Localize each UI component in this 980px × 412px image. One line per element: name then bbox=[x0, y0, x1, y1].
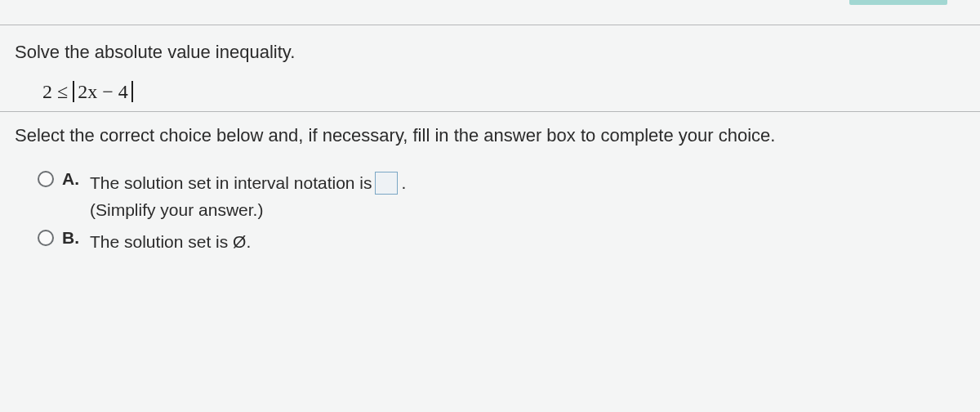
radio-a[interactable] bbox=[38, 171, 54, 187]
answer-instruction: Select the correct choice below and, if … bbox=[15, 125, 965, 146]
expression-left: 2 ≤ bbox=[42, 81, 73, 102]
choice-b-row: B. The solution set is Ø. bbox=[38, 228, 965, 256]
choice-a-row: A. The solution set in interval notation… bbox=[38, 169, 965, 220]
choice-a-text: The solution set in interval notation is bbox=[90, 169, 372, 197]
question-prompt: Solve the absolute value inequality. bbox=[15, 42, 965, 63]
answer-section: Select the correct choice below and, if … bbox=[0, 111, 980, 271]
question-page: Solve the absolute value inequality. 2 ≤… bbox=[0, 0, 980, 412]
accent-bar bbox=[849, 0, 947, 5]
choice-a-label: A. bbox=[62, 169, 82, 189]
choice-a-sub: (Simplify your answer.) bbox=[90, 200, 406, 220]
choice-b-text: The solution set is Ø. bbox=[90, 228, 251, 256]
choice-b-content: The solution set is Ø. bbox=[90, 228, 251, 256]
question-section: Solve the absolute value inequality. 2 ≤… bbox=[0, 25, 980, 111]
radio-b[interactable] bbox=[38, 230, 54, 246]
absolute-value: 2x − 4 bbox=[73, 81, 133, 102]
choice-b-line: The solution set is Ø. bbox=[90, 228, 251, 256]
choice-list: A. The solution set in interval notation… bbox=[38, 169, 965, 255]
choice-b-label: B. bbox=[62, 228, 82, 248]
choice-a-content: The solution set in interval notation is… bbox=[90, 169, 406, 220]
choice-a-line: The solution set in interval notation is… bbox=[90, 169, 406, 197]
answer-input-box[interactable] bbox=[375, 172, 398, 195]
choice-a-period: . bbox=[402, 173, 407, 193]
math-expression: 2 ≤ 2x − 4 bbox=[42, 81, 965, 103]
